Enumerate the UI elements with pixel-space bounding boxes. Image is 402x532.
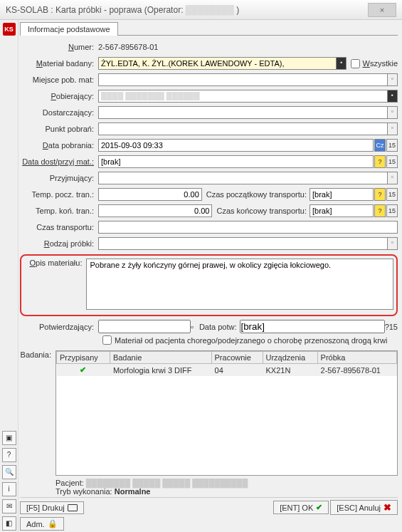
datadost-warn-btn[interactable]: ?: [374, 155, 386, 168]
footer-info: Pacjent: ████████ █████ █████ ██████████…: [55, 479, 398, 496]
label-potwierdzajacy: Potwierdzający:: [20, 323, 98, 331]
matchory-checkbox[interactable]: [102, 335, 112, 345]
label-dostarczajacy: Dostarczający:: [20, 108, 98, 117]
adm-button[interactable]: Adm. 🔒: [20, 517, 64, 531]
label-material: Materiał badany:: [20, 59, 98, 68]
label-przyjmujacy: Przyjmujący:: [20, 174, 98, 182]
label-rodzaj: Rodzaj próbki:: [20, 239, 98, 248]
label-opis: Opis materiału:: [21, 259, 86, 267]
rail-mail-icon[interactable]: ✉: [2, 499, 16, 513]
opis-highlight: Opis materiału: Pobrane z żyły kończyny …: [20, 254, 398, 316]
datapotw-cal-btn[interactable]: 15: [389, 323, 398, 331]
window-title: KS-SOLAB : Karta próbki - poprawa (Opera…: [6, 5, 368, 15]
czaskon-field[interactable]: [310, 204, 374, 217]
label-czaskon: Czas końcowy transportu:: [212, 207, 310, 215]
material-field[interactable]: [98, 57, 337, 70]
label-tempkon: Temp. koń. tran.:: [20, 207, 98, 215]
label-punkt: Punkt pobrań:: [20, 125, 98, 133]
th-urzadzenia[interactable]: Urządzenia: [263, 352, 317, 364]
label-pobierajacy: Pobierający:: [20, 92, 98, 100]
th-probka[interactable]: Próbka: [317, 352, 396, 364]
datapotw-field[interactable]: [240, 320, 385, 333]
tab-bar: Informacje podstawowe: [20, 21, 398, 36]
titlebar: KS-SOLAB : Karta próbki - poprawa (Opera…: [0, 0, 402, 20]
cell-pracownie: 04: [211, 364, 263, 377]
datapob-cal2-btn[interactable]: 15: [386, 139, 398, 152]
print-icon: [68, 504, 78, 511]
opis-field[interactable]: Pobrane z żyły kończyny górnej prawej, w…: [86, 259, 393, 310]
punkt-dropdown[interactable]: ▫: [388, 122, 398, 135]
ok-button[interactable]: [ENT] OK ✔: [273, 501, 329, 514]
close-button[interactable]: ×: [368, 3, 396, 17]
label-czastrans: Czas transportu:: [20, 223, 98, 231]
rail-btn-6[interactable]: ◧: [2, 516, 16, 531]
pobierajacy-dropdown[interactable]: ▪: [388, 90, 398, 103]
czaspocz-cal-btn[interactable]: 15: [386, 188, 398, 201]
label-czaspocz: Czas początkowy transportu:: [202, 190, 310, 199]
rail-btn-1[interactable]: ▣: [2, 431, 16, 445]
rail-info-icon[interactable]: i: [2, 482, 16, 496]
datapob-cal-btn[interactable]: Cz: [374, 139, 386, 152]
czaspocz-warn-btn[interactable]: ?: [374, 188, 386, 201]
rodzaj-field[interactable]: [98, 237, 388, 250]
th-przypisany[interactable]: Przypisany: [57, 352, 110, 364]
cell-badanie: Morfologia krwi 3 DIFF: [110, 364, 211, 377]
cell-probka: 2-567-895678-01: [317, 364, 396, 377]
datadost-field[interactable]: [98, 155, 374, 168]
matchory-label: Materiał od pacjenta chorego/podejrzaneg…: [115, 336, 387, 345]
miejsce-field[interactable]: [98, 73, 388, 86]
label-datapotw: Data potw:: [199, 323, 237, 331]
wszystkie-label: Wszystkie: [362, 59, 398, 68]
label-badania: Badania:: [20, 350, 55, 476]
potwierdzajacy-field[interactable]: [98, 320, 191, 333]
label-datapob: Data pobrania:: [20, 141, 98, 150]
potwierdzajacy-dropdown[interactable]: ▫: [191, 323, 194, 331]
label-temppocz: Temp. pocz. tran.:: [20, 190, 98, 199]
numer-value: 2-567-895678-01: [98, 43, 158, 51]
x-icon: ✖: [384, 502, 391, 513]
cell-urzadzenia: KX21N: [263, 364, 317, 377]
punkt-field[interactable]: [98, 122, 388, 135]
pobierajacy-field[interactable]: [98, 90, 388, 103]
temppocz-field[interactable]: [98, 188, 202, 201]
label-datadost: Data dost/przyj mat.:: [20, 157, 98, 166]
przyjmujacy-dropdown[interactable]: ▫: [388, 172, 398, 184]
rail-help-icon[interactable]: ?: [2, 448, 16, 462]
czaskon-warn-btn[interactable]: ?: [374, 204, 386, 217]
lock-icon: 🔒: [48, 519, 58, 528]
th-pracownie[interactable]: Pracownie: [211, 352, 263, 364]
rodzaj-dropdown[interactable]: ▫: [388, 237, 398, 250]
datapob-field[interactable]: [98, 139, 374, 152]
tempkon-field[interactable]: [98, 204, 212, 217]
left-rail: KS ▣ ? 🔍 i ✉ ◧: [0, 20, 18, 532]
przyjmujacy-field[interactable]: [98, 172, 388, 184]
button-bar: [F5] Drukuj [ENT] OK ✔ [ESC] Anuluj ✖: [20, 497, 398, 515]
rail-search-icon[interactable]: 🔍: [2, 465, 16, 479]
tab-info[interactable]: Informacje podstawowe: [20, 22, 118, 36]
czaskon-cal-btn[interactable]: 15: [386, 204, 398, 217]
drukuj-button[interactable]: [F5] Drukuj: [20, 501, 84, 514]
label-numer: NNumer:umer:: [20, 43, 98, 51]
miejsce-dropdown[interactable]: ▫: [388, 73, 398, 86]
th-badanie[interactable]: Badanie: [110, 352, 211, 364]
cell-check: ✔: [57, 364, 110, 377]
datadost-cal-btn[interactable]: 15: [386, 155, 398, 168]
check-icon: ✔: [316, 503, 322, 512]
table-row[interactable]: ✔ Morfologia krwi 3 DIFF 04 KX21N 2-567-…: [57, 364, 397, 377]
anuluj-button[interactable]: [ESC] Anuluj ✖: [330, 500, 398, 515]
app-logo: KS: [3, 23, 16, 36]
czastrans-field[interactable]: [98, 221, 398, 234]
wszystkie-checkbox[interactable]: [351, 59, 360, 68]
czaspocz-field[interactable]: [310, 188, 374, 201]
label-miejsce: Miejsce pob. mat:: [20, 75, 98, 84]
dostarczajacy-field[interactable]: [98, 106, 388, 119]
badania-table: Przypisany Badanie Pracownie Urządzenia …: [55, 350, 398, 476]
material-dropdown[interactable]: ▪: [337, 57, 347, 70]
dostarczajacy-dropdown[interactable]: ▫: [388, 106, 398, 119]
